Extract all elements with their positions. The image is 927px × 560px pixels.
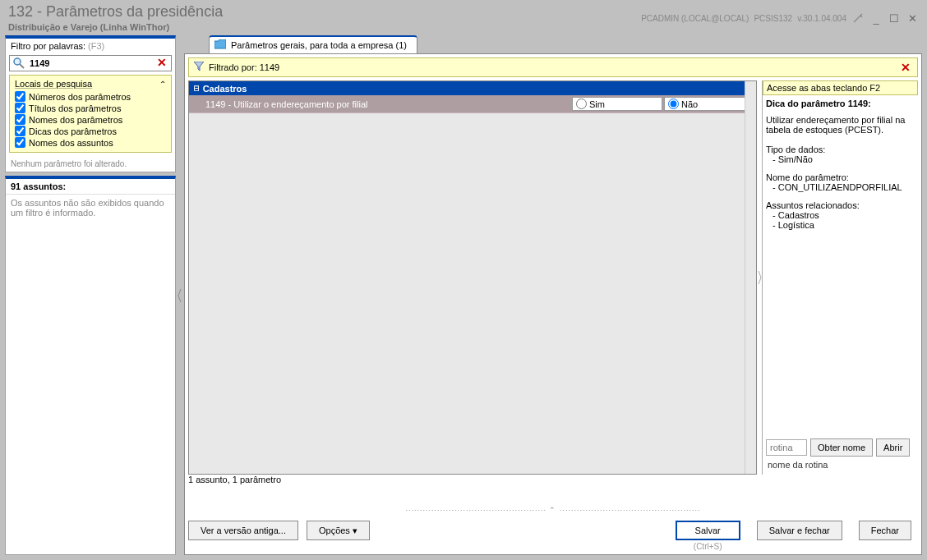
close-icon[interactable]: ✕: [906, 12, 919, 24]
meta-version: v.30.1.04.004: [797, 14, 846, 23]
related-subject-0: - Cadastros: [772, 210, 915, 220]
edit-icon[interactable]: [851, 12, 865, 24]
funnel-icon: [194, 62, 204, 73]
paramname-value: - CON_UTILIZAENDPORFILIAL: [772, 182, 915, 192]
related-subjects-label: Assuntos relacionados:: [766, 200, 915, 210]
search-icon: [12, 57, 25, 70]
search-input[interactable]: [9, 55, 172, 71]
routine-input[interactable]: [766, 439, 807, 456]
clear-search-icon[interactable]: ✕: [155, 56, 168, 69]
param-row-1149[interactable]: 1149 - Utilizar o endereçamento por fili…: [189, 95, 756, 113]
routine-name-display: nome da rotina: [763, 460, 918, 475]
tab-label: Parâmetros gerais, para toda a empresa (…: [231, 40, 407, 50]
tip-title: Dica do parâmetro 1149:: [766, 99, 915, 108]
old-version-button[interactable]: Ver a versão antiga...: [188, 521, 298, 540]
svg-line-1: [20, 64, 24, 68]
group-header-cadastros[interactable]: ⊟ Cadastros: [189, 81, 756, 95]
params-grid[interactable]: ⊟ Cadastros 1149 - Utilizar o endereçame…: [188, 80, 757, 475]
option-sim[interactable]: Sim: [572, 97, 662, 111]
search-places-header: Locais de pesquisa: [15, 79, 92, 89]
window-subtitle: Distribuição e Varejo (Linha WinThor): [8, 22, 223, 32]
meta-user: PCADMIN (LOCAL@LOCAL): [641, 14, 749, 23]
collapse-group-icon[interactable]: ⊟: [194, 83, 200, 94]
related-subject-1: - Logística: [772, 220, 915, 230]
horizontal-splitter[interactable]: ········································…: [185, 506, 921, 514]
obter-nome-button[interactable]: Obter nome: [810, 438, 873, 457]
paramname-label: Nome do parâmetro:: [766, 172, 915, 182]
check-param-numbers[interactable]: Números dos parâmetros: [15, 91, 166, 102]
check-param-names[interactable]: Nomes dos parâmetros: [15, 114, 166, 125]
folder-icon: [214, 39, 226, 51]
check-subject-names[interactable]: Nomes dos assuntos: [15, 137, 166, 148]
datatype-value: - Sim/Não: [772, 154, 915, 164]
change-status: Nenhum parâmetro foi alterado.: [6, 156, 175, 172]
filter-label: Filtro por palavras:: [11, 41, 85, 51]
clear-filter-icon[interactable]: ✕: [899, 61, 912, 74]
options-button[interactable]: Opções ▾: [307, 521, 370, 540]
vertical-splitter[interactable]: [178, 35, 182, 555]
save-button[interactable]: Salvar: [676, 521, 740, 540]
tabs-hint: Acesse as abas teclando F2: [763, 80, 918, 95]
close-button[interactable]: Fechar: [859, 521, 911, 540]
tip-body: Utilizar endereçamento por filial na tab…: [766, 115, 915, 135]
grid-footer-status: 1 assunto, 1 parâmetro: [185, 475, 921, 486]
window-title: 132 - Parâmetros da presidência: [8, 3, 223, 21]
check-param-titles[interactable]: Títulos dos parâmetros: [15, 103, 166, 113]
option-nao[interactable]: Não: [664, 97, 754, 111]
minimize-icon[interactable]: _: [869, 12, 883, 24]
maximize-icon[interactable]: ☐: [888, 12, 901, 24]
meta-app: PCSIS132: [754, 14, 792, 23]
filter-shortcut-hint: (F3): [88, 41, 104, 51]
datatype-label: Tipo de dados:: [766, 145, 915, 154]
grid-scrollbar[interactable]: [745, 81, 756, 474]
save-shortcut: (Ctrl+S): [694, 542, 722, 551]
subjects-body-message: Os assuntos não são exibidos quando um f…: [6, 195, 175, 554]
subjects-header: 91 assuntos:: [6, 179, 175, 195]
check-param-tips[interactable]: Dicas dos parâmetros: [15, 126, 166, 136]
info-panel: Dica do parâmetro 1149: Utilizar endereç…: [763, 99, 918, 435]
save-close-button[interactable]: Salvar e fechar: [757, 521, 842, 540]
svg-point-0: [14, 58, 21, 65]
param-row-label: 1149 - Utilizar o endereçamento por fili…: [205, 99, 572, 109]
abrir-button[interactable]: Abrir: [876, 438, 910, 457]
collapse-icon[interactable]: ⌃: [159, 80, 166, 89]
tab-general-params[interactable]: Parâmetros gerais, para toda a empresa (…: [209, 35, 417, 53]
filtered-by-text: Filtrado por: 1149: [209, 62, 279, 72]
